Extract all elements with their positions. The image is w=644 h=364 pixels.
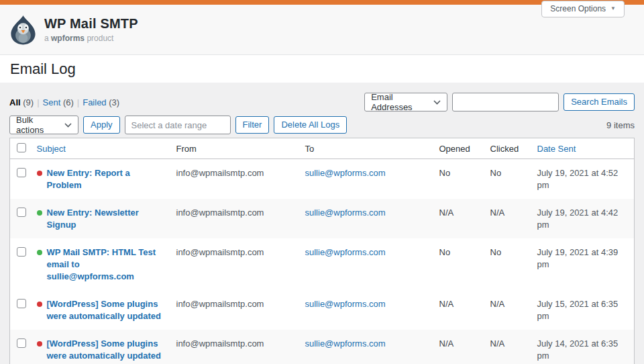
clicked-value: N/A	[484, 290, 531, 330]
status-views: All (9)|Sent (6)|Failed (3)	[9, 97, 119, 107]
page-title-band: Email Log	[0, 55, 644, 83]
email-status-icon	[37, 210, 42, 216]
chevron-down-icon	[433, 100, 441, 105]
date-sent-value: July 14, 2021 at 6:35 pm	[531, 330, 635, 364]
select-all-checkbox[interactable]	[17, 143, 26, 152]
opened-value: N/A	[433, 330, 484, 364]
column-header-opened: Opened	[433, 138, 484, 159]
view-sent-link[interactable]: Sent (6)	[43, 97, 74, 107]
email-log-table: Subject From To Opened Clicked Date Sent…	[9, 138, 635, 364]
subject-link[interactable]: New Entry: Report a Problem	[47, 167, 163, 191]
search-emails-button[interactable]: Search Emails	[564, 93, 635, 111]
delete-all-logs-button[interactable]: Delete All Logs	[274, 116, 347, 134]
opened-value: N/A	[433, 199, 484, 238]
plugin-tagline: a wpforms product	[44, 34, 138, 43]
table-row: [WordPress] Some plugins were automatica…	[10, 290, 635, 330]
content-area: All (9)|Sent (6)|Failed (3) Email Addres…	[0, 92, 644, 364]
screen-options-button[interactable]: Screen Options ▼	[541, 1, 625, 17]
email-log-table-body: New Entry: Report a Probleminfo@wpmailsm…	[10, 159, 635, 364]
email-status-icon	[37, 302, 42, 307]
column-header-from: From	[170, 138, 299, 159]
column-header-to: To	[299, 138, 433, 159]
to-email-link[interactable]: sullie@wpforms.com	[305, 208, 386, 218]
clicked-value: No	[484, 159, 531, 199]
subject-link[interactable]: [WordPress] Some plugins were automatica…	[47, 338, 163, 362]
clicked-value: N/A	[484, 199, 531, 238]
items-count: 9 items	[606, 120, 635, 130]
table-header: Subject From To Opened Clicked Date Sent	[10, 138, 635, 159]
to-email-link[interactable]: sullie@wpforms.com	[305, 299, 386, 309]
email-status-icon	[37, 250, 42, 255]
from-email: info@wpmailsmtp.com	[176, 299, 264, 309]
from-email: info@wpmailsmtp.com	[176, 168, 264, 178]
search-controls: Email Addresses Search Emails	[364, 93, 635, 111]
date-sent-value: July 15, 2021 at 6:35 pm	[531, 290, 635, 330]
row-checkbox[interactable]	[17, 247, 26, 257]
from-email: info@wpmailsmtp.com	[176, 208, 264, 218]
column-header-date-sent[interactable]: Date Sent	[531, 138, 635, 159]
clicked-value: N/A	[484, 330, 531, 364]
pigeon-icon	[9, 15, 37, 45]
row-checkbox[interactable]	[17, 208, 26, 217]
bulk-actions-select[interactable]: Bulk actions	[9, 116, 78, 134]
column-header-subject[interactable]: Subject	[30, 138, 170, 159]
email-status-icon	[37, 341, 42, 347]
email-addresses-select[interactable]: Email Addresses	[364, 93, 447, 111]
chevron-down-icon	[64, 123, 72, 128]
table-row: New Entry: Newsletter Signupinfo@wpmails…	[10, 199, 635, 238]
table-row: WP Mail SMTP: HTML Test email to sullie@…	[10, 238, 635, 290]
from-email: info@wpmailsmtp.com	[176, 247, 264, 257]
from-email: info@wpmailsmtp.com	[176, 338, 264, 349]
page-title: Email Log	[10, 60, 76, 78]
date-sent-value: July 19, 2021 at 4:39 pm	[531, 238, 635, 290]
row-checkbox[interactable]	[17, 168, 26, 177]
search-input[interactable]	[452, 93, 559, 111]
wpforms-brand: wpforms	[51, 34, 85, 43]
plugin-title-block: WP Mail SMTP a wpforms product	[44, 16, 138, 43]
toolbar-row: Bulk actions Apply Filter Delete All Log…	[9, 115, 635, 135]
screen-options-label: Screen Options	[550, 4, 606, 13]
to-email-link[interactable]: sullie@wpforms.com	[305, 338, 386, 349]
row-checkbox[interactable]	[17, 299, 26, 308]
subject-link[interactable]: WP Mail SMTP: HTML Test email to sullie@…	[47, 246, 163, 283]
subject-link[interactable]: New Entry: Newsletter Signup	[47, 207, 163, 231]
chevron-down-icon: ▼	[610, 6, 616, 11]
row-checkbox[interactable]	[17, 338, 26, 348]
apply-button[interactable]: Apply	[83, 116, 120, 134]
plugin-title: WP Mail SMTP	[44, 16, 138, 32]
table-row: New Entry: Report a Probleminfo@wpmailsm…	[10, 159, 635, 199]
toolbar-left: Bulk actions Apply Filter Delete All Log…	[9, 116, 347, 134]
opened-value: N/A	[433, 290, 484, 330]
column-header-clicked: Clicked	[484, 138, 531, 159]
date-range-input[interactable]	[125, 116, 231, 134]
to-email-link[interactable]: sullie@wpforms.com	[305, 247, 386, 257]
clicked-value: No	[484, 238, 531, 290]
email-status-icon	[37, 171, 42, 176]
opened-value: No	[433, 238, 484, 290]
view-all-link[interactable]: All (9)	[9, 97, 34, 107]
list-controls-row: All (9)|Sent (6)|Failed (3) Email Addres…	[9, 92, 635, 112]
date-sent-value: July 19, 2021 at 4:42 pm	[531, 199, 635, 238]
opened-value: No	[433, 159, 484, 199]
date-sent-value: July 19, 2021 at 4:52 pm	[531, 159, 635, 199]
view-failed-link[interactable]: Failed (3)	[83, 97, 119, 107]
filter-button[interactable]: Filter	[235, 116, 270, 134]
to-email-link[interactable]: sullie@wpforms.com	[305, 168, 386, 178]
table-row: [WordPress] Some plugins were automatica…	[10, 330, 635, 364]
subject-link[interactable]: [WordPress] Some plugins were automatica…	[47, 298, 163, 322]
